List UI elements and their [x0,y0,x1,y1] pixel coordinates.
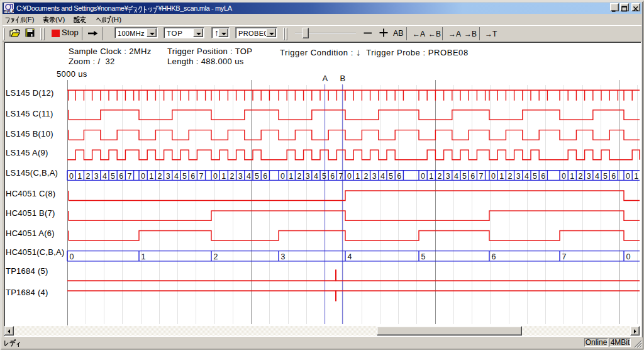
svg-text:0: 0 [421,172,425,181]
svg-text:4: 4 [348,252,352,261]
svg-text:3: 3 [166,172,170,181]
svg-text:0: 0 [626,252,631,261]
svg-text:1: 1 [570,172,574,181]
svg-text:1: 1 [355,172,360,181]
svg-text:1: 1 [429,172,433,181]
svg-text:1: 1 [289,172,293,181]
svg-text:6: 6 [492,252,496,261]
svg-text:0: 0 [213,172,218,181]
svg-text:0: 0 [347,172,352,181]
svg-text:2: 2 [364,172,369,181]
svg-text:6: 6 [191,172,195,181]
svg-text:3: 3 [587,172,591,181]
svg-text:5: 5 [389,172,393,181]
svg-text:4: 4 [314,172,318,181]
svg-text:0: 0 [562,172,566,181]
svg-text:3: 3 [446,172,450,181]
svg-text:6: 6 [263,172,267,181]
svg-text:0: 0 [491,172,496,181]
svg-text:0: 0 [69,172,74,181]
svg-text:1: 1 [499,172,504,181]
svg-text:2: 2 [508,172,513,181]
svg-text:6: 6 [330,172,335,181]
svg-text:4: 4 [247,172,251,181]
svg-text:2: 2 [158,172,162,181]
svg-text:2: 2 [86,172,91,181]
svg-text:0: 0 [141,172,145,181]
svg-text:0: 0 [280,172,285,181]
svg-text:3: 3 [372,172,377,181]
svg-text:5: 5 [462,172,467,181]
svg-text:0: 0 [626,172,630,181]
svg-text:5: 5 [322,172,326,181]
svg-text:3: 3 [94,172,99,181]
svg-text:5: 5 [182,172,187,181]
svg-text:3: 3 [516,172,521,181]
svg-text:4: 4 [525,172,529,181]
svg-text:1: 1 [221,172,226,181]
svg-text:3: 3 [238,172,243,181]
svg-text:6: 6 [611,172,616,181]
svg-text:5: 5 [255,172,259,181]
svg-text:1: 1 [149,172,153,181]
svg-text:3: 3 [281,252,286,261]
svg-text:4: 4 [454,172,458,181]
svg-text:5: 5 [111,172,115,181]
svg-text:1: 1 [142,252,146,261]
svg-text:0: 0 [70,252,74,261]
svg-text:5: 5 [533,172,537,181]
svg-text:5: 5 [421,252,426,261]
svg-text:2: 2 [579,172,583,181]
svg-text:2: 2 [230,172,235,181]
svg-text:5: 5 [603,172,608,181]
svg-text:4: 4 [380,172,385,181]
svg-text:1: 1 [77,172,82,181]
svg-text:2: 2 [297,172,302,181]
svg-text:6: 6 [541,172,545,181]
svg-text:3: 3 [306,172,310,181]
svg-text:7: 7 [479,172,484,181]
svg-text:6: 6 [119,172,123,181]
svg-text:4: 4 [174,172,179,181]
svg-text:7: 7 [128,172,132,181]
svg-text:4: 4 [595,172,599,181]
svg-text:7: 7 [199,172,204,181]
svg-text:6: 6 [470,172,475,181]
svg-text:7: 7 [339,172,343,181]
svg-text:2: 2 [438,172,442,181]
svg-text:2: 2 [214,252,218,261]
svg-text:1: 1 [634,172,638,181]
svg-text:4: 4 [103,172,107,181]
svg-text:6: 6 [397,172,401,181]
svg-text:7: 7 [562,252,567,261]
